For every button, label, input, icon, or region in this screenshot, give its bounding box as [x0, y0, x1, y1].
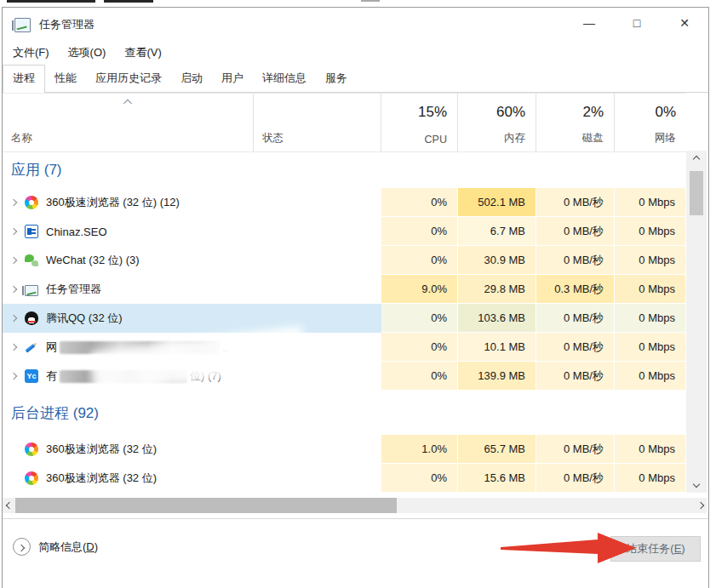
table-row[interactable]: 360极速浏览器 (32 位)1.0%65.7 MB0 MB/秒0 Mbps — [3, 435, 686, 464]
tab-app-history[interactable]: 应用历史记录 — [86, 66, 171, 92]
disk-cell: 0.3 MB/秒 — [536, 275, 615, 304]
column-header-name[interactable]: 名称 — [3, 94, 254, 151]
memory-cell — [458, 413, 536, 414]
network-cell — [615, 413, 686, 414]
cpu-cell: 0% — [381, 217, 458, 246]
status-bar: 简略信息(D) 结束任务(E) — [3, 519, 708, 570]
group-row[interactable]: 后台进程 (92) — [3, 391, 686, 435]
background-window-fragment — [7, 0, 95, 3]
column-header-memory[interactable]: 60% 内存 — [458, 94, 536, 151]
cpu-cell: 1.0% — [381, 435, 458, 464]
memory-cell: 30.9 MB — [458, 246, 536, 275]
fewer-details-toggle[interactable]: 简略信息(D) — [13, 538, 98, 556]
table-row[interactable]: Chinaz.SEO0%6.7 MB0 MB/秒0 Mbps — [3, 217, 686, 246]
network-cell: 0 Mbps — [615, 304, 686, 333]
disk-cell — [536, 413, 615, 414]
disk-cell: 0 MB/秒 — [536, 435, 615, 464]
tab-bar: 进程 性能 应用历史记录 启动 用户 详细信息 服务 — [3, 64, 708, 93]
disk-cell: 0 MB/秒 — [536, 246, 615, 275]
process-name: 360极速浏览器 (32 位) — [46, 442, 157, 457]
name-cell: 任务管理器 — [3, 275, 254, 304]
disk-cell — [536, 169, 615, 170]
process-name: 有 — [46, 368, 57, 384]
disk-cell: 0 MB/秒 — [536, 188, 615, 217]
name-cell: 360极速浏览器 (32 位) (12) — [3, 188, 254, 217]
caption-buttons: — □ ✕ — [565, 8, 708, 42]
table-row[interactable]: 腾讯QQ (32 位)0%103.6 MB0 MB/秒0 Mbps — [3, 304, 686, 333]
menu-file[interactable]: 文件(F) — [4, 43, 58, 63]
tab-services[interactable]: 服务 — [316, 66, 357, 92]
tab-performance[interactable]: 性能 — [45, 66, 86, 92]
disk-cell: 0 MB/秒 — [536, 464, 615, 493]
column-header-status[interactable]: 状态 — [254, 94, 381, 151]
process-name: 任务管理器 — [46, 282, 101, 297]
360-icon — [25, 442, 38, 456]
minimize-button[interactable]: — — [565, 8, 613, 38]
process-name: 360极速浏览器 (32 位) (12) — [46, 195, 180, 210]
cpu-cell: 9.0% — [381, 275, 458, 304]
horizontal-scrollbar[interactable] — [3, 498, 707, 513]
table-row[interactable]: 360极速浏览器 (32 位) (12)0%502.1 MB0 MB/秒0 Mb… — [3, 188, 686, 217]
expand-chevron-icon[interactable] — [3, 374, 25, 379]
wechat-icon — [25, 254, 38, 267]
name-cell: WeChat (32 位) (3) — [3, 246, 254, 275]
tab-users[interactable]: 用户 — [212, 66, 253, 92]
horizontal-scrollbar-thumb[interactable] — [15, 498, 397, 513]
menu-view[interactable]: 查看(V) — [116, 43, 169, 63]
sort-ascending-icon — [123, 100, 132, 108]
process-table: 应用 (7)360极速浏览器 (32 位) (12)0%502.1 MB0 MB… — [3, 151, 686, 493]
scroll-down-icon[interactable] — [686, 476, 707, 493]
close-button[interactable]: ✕ — [661, 8, 708, 38]
task-manager-window: 任务管理器 — □ ✕ 文件(F) 选项(O) 查看(V) 进程 性能 应用历史… — [2, 7, 709, 588]
network-cell: 0 Mbps — [615, 435, 686, 464]
cpu-cell — [381, 169, 458, 170]
table-row[interactable]: 360极速浏览器 (32 位)0%15.6 MB0 MB/秒0 Mbps — [3, 464, 686, 493]
group-row[interactable]: 应用 (7) — [3, 151, 686, 188]
table-row[interactable]: 任务管理器9.0%29.8 MB0.3 MB/秒0 Mbps — [3, 275, 686, 304]
memory-cell: 29.8 MB — [458, 275, 536, 304]
tab-processes[interactable]: 进程 — [3, 65, 45, 93]
network-cell: 0 Mbps — [615, 275, 686, 304]
name-cell: Chinaz.SEO — [3, 217, 254, 246]
scroll-right-icon[interactable] — [694, 498, 707, 513]
360-icon — [25, 196, 38, 209]
cpu-cell: 0% — [381, 188, 458, 217]
menu-options[interactable]: 选项(O) — [60, 43, 115, 63]
network-cell: 0 Mbps — [615, 188, 686, 217]
name-cell: 应用 (7) — [3, 160, 254, 180]
network-cell: 0 Mbps — [615, 362, 686, 391]
column-header-disk[interactable]: 2% 磁盘 — [536, 94, 615, 151]
disk-cell: 0 MB/秒 — [536, 362, 615, 391]
column-header-network[interactable]: 0% 网络 — [615, 94, 686, 151]
expand-chevron-icon[interactable] — [3, 229, 25, 234]
tab-details[interactable]: 详细信息 — [253, 66, 316, 92]
cpu-cell: 0% — [381, 246, 458, 275]
status-cell — [254, 464, 381, 493]
table-row[interactable]: WeChat (32 位) (3)0%30.9 MB0 MB/秒0 Mbps — [3, 246, 686, 275]
process-name: 360极速浏览器 (32 位) — [46, 471, 157, 486]
memory-cell: 103.6 MB — [458, 304, 536, 333]
name-cell: 后台进程 (92) — [3, 403, 254, 423]
task-manager-app-icon — [14, 18, 31, 32]
tab-startup[interactable]: 启动 — [171, 66, 212, 92]
group-label: 应用 (7) — [3, 160, 62, 180]
taskmgr-icon — [25, 285, 38, 296]
memory-cell — [458, 169, 536, 170]
expand-chevron-icon[interactable] — [3, 258, 25, 263]
scroll-left-icon[interactable] — [3, 498, 15, 513]
expand-chevron-icon[interactable] — [3, 316, 25, 321]
title-bar: 任务管理器 — □ ✕ — [3, 8, 708, 42]
cpu-cell: 0% — [381, 333, 458, 362]
youdao-icon: Yc — [25, 369, 38, 383]
disk-cell: 0 MB/秒 — [536, 333, 615, 362]
column-header-cpu[interactable]: 15% CPU — [381, 94, 458, 151]
cpu-cell — [381, 413, 458, 414]
vertical-scrollbar-thumb[interactable] — [690, 171, 703, 215]
expand-chevron-icon[interactable] — [3, 200, 25, 205]
end-task-button[interactable]: 结束任务(E) — [610, 536, 701, 562]
name-cell: 360极速浏览器 (32 位) — [3, 464, 254, 493]
maximize-button[interactable]: □ — [613, 8, 661, 38]
scroll-up-icon[interactable] — [686, 151, 707, 168]
cpu-cell: 0% — [381, 362, 458, 391]
vertical-scrollbar[interactable] — [686, 151, 707, 493]
